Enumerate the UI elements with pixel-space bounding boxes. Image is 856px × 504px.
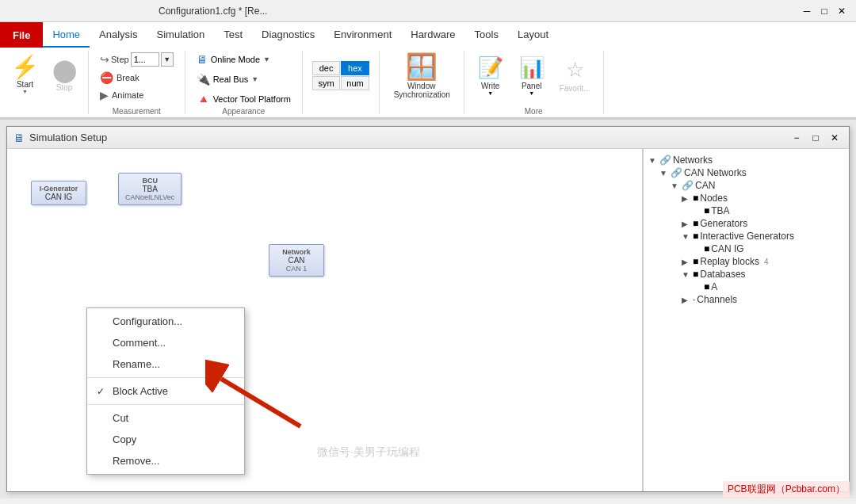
tree-panel: ▼ 🔗 Networks ▼ 🔗 CAN Networks ▼ 🔗 C xyxy=(643,149,849,491)
ctx-cut[interactable]: Cut xyxy=(87,407,244,429)
bcu-block-sub1: TBA xyxy=(125,185,174,193)
tree-can[interactable]: ▼ 🔗 CAN xyxy=(648,179,844,192)
ctx-copy[interactable]: Copy xyxy=(87,429,244,450)
step-dropdown[interactable]: ▼ xyxy=(161,52,174,67)
write-icon: 📝 xyxy=(478,55,503,80)
ctx-comment[interactable]: Comment... xyxy=(87,332,244,353)
window-sync-button[interactable]: 🪟 Window Synchronization xyxy=(386,48,457,102)
tree-channels[interactable]: ▶ · Channels xyxy=(648,293,844,306)
main-content: 🖥 Simulation Setup − □ ✕ I-Generator CAN… xyxy=(0,120,856,498)
ctx-block-active[interactable]: Block Active xyxy=(87,380,244,402)
tree-generators-label: Generators xyxy=(700,218,747,229)
context-menu: Configuration... Comment... Rename... Bl… xyxy=(86,307,245,475)
appearance-label: Appearance xyxy=(185,107,302,116)
tree-can-expand[interactable]: ▼ xyxy=(671,181,680,190)
tree-can-label: CAN xyxy=(695,180,715,191)
menu-simulation[interactable]: Simulation xyxy=(147,22,215,48)
tree-db-a-label: A xyxy=(711,281,717,292)
tree-networks-icon: 🔗 xyxy=(659,155,671,166)
break-button[interactable]: ⛔ Break xyxy=(95,70,144,86)
app-close-button[interactable]: ✕ xyxy=(834,3,850,19)
tree-generators[interactable]: ▶ ■ Generators xyxy=(648,217,844,230)
tree-databases-label: Databases xyxy=(700,269,745,280)
tree-nodes-expand[interactable]: ▶ xyxy=(682,194,691,203)
panel-icon: 📊 xyxy=(519,55,545,80)
tree-networks[interactable]: ▼ 🔗 Networks xyxy=(648,154,844,166)
net-block-sub1: CAN xyxy=(276,256,317,265)
tree-databases-icon: ■ xyxy=(693,269,698,280)
real-bus-button[interactable]: 🔌 Real Bus ▼ xyxy=(192,71,264,88)
app-maximize-button[interactable]: □ xyxy=(816,3,832,19)
write-button[interactable]: 📝 Write ▼ xyxy=(471,52,510,99)
bcu-block-sub2: CANoeILNLVec xyxy=(125,193,174,201)
tree-generators-icon: ■ xyxy=(693,218,698,229)
tree-tba-label: TBA xyxy=(711,205,729,216)
menu-tools[interactable]: Tools xyxy=(465,22,508,48)
online-mode-icon: 🖥 xyxy=(197,53,208,66)
start-icon: ⚡ xyxy=(11,56,39,78)
sim-title-bar: 🖥 Simulation Setup − □ ✕ xyxy=(7,127,849,149)
menu-hardware[interactable]: Hardware xyxy=(401,22,464,48)
ribbon: File Home Analysis Simulation Test Diagn… xyxy=(0,22,856,120)
tree-databases-expand[interactable]: ▼ xyxy=(682,270,691,279)
animate-button[interactable]: ▶ Animate xyxy=(95,87,148,103)
sim-maximize-button[interactable]: □ xyxy=(808,130,824,146)
step-group: ↪ Step ▼ ⛔ Break ▶ Animate Measurement xyxy=(89,51,185,114)
title-bar-text: Configuration1.cfg * [Re... xyxy=(0,6,799,17)
hex-button[interactable]: hex xyxy=(341,61,369,75)
sym-button[interactable]: sym xyxy=(312,76,340,90)
ig-block[interactable]: I-Generator CAN IG xyxy=(31,181,86,205)
animate-icon: ▶ xyxy=(100,89,109,101)
tree-channels-label: Channels xyxy=(697,294,737,305)
panel-button[interactable]: 📊 Panel ▼ xyxy=(512,52,552,99)
app-minimize-button[interactable]: ─ xyxy=(799,3,815,19)
dec-button[interactable]: dec xyxy=(312,61,340,75)
step-button[interactable]: ↪ Step ▼ xyxy=(95,51,178,68)
sim-close-button[interactable]: ✕ xyxy=(827,130,843,146)
tree-interactive-generators[interactable]: ▼ ■ Interactive Generators xyxy=(648,230,844,242)
ig-block-type: I-Generator xyxy=(38,185,79,193)
menu-diagnostics[interactable]: Diagnostics xyxy=(252,22,324,48)
menu-bar: File Home Analysis Simulation Test Diagn… xyxy=(0,22,856,48)
menu-layout[interactable]: Layout xyxy=(508,22,558,48)
tree-can-networks[interactable]: ▼ 🔗 CAN Networks xyxy=(648,166,844,179)
step-input[interactable] xyxy=(131,52,159,67)
vector-tool-icon: 🔺 xyxy=(197,93,210,105)
tree-channels-expand[interactable]: ▶ xyxy=(682,296,691,304)
watermark-bottom: PCB联盟网（Pcbbar.com） xyxy=(723,481,850,498)
menu-home[interactable]: Home xyxy=(43,22,90,48)
vector-tool-button[interactable]: 🔺 Vector Tool Platform xyxy=(192,90,296,108)
ctx-remove[interactable]: Remove... xyxy=(87,450,244,472)
tree-replay-blocks-label: Replay blocks xyxy=(700,256,759,267)
menu-environment[interactable]: Environment xyxy=(324,22,401,48)
tree-tba[interactable]: ■ TBA xyxy=(648,204,844,217)
sim-minimize-button[interactable]: − xyxy=(789,130,804,146)
start-button[interactable]: ⚡ Start ▼ xyxy=(6,55,44,96)
menu-test[interactable]: Test xyxy=(214,22,252,48)
favorites-button[interactable]: ☆ Favorit... xyxy=(553,55,597,96)
ctx-rename[interactable]: Rename... xyxy=(87,353,244,375)
tree-can-ig-label: CAN IG xyxy=(711,243,743,254)
num-button[interactable]: num xyxy=(341,76,369,90)
bcu-block[interactable]: BCU TBA CANoeILNLVec xyxy=(118,173,182,205)
tree-can-networks-expand[interactable]: ▼ xyxy=(659,169,669,178)
ctx-configuration[interactable]: Configuration... xyxy=(87,311,244,332)
tree-interactive-generators-expand[interactable]: ▼ xyxy=(682,232,691,241)
tree-can-ig[interactable]: ■ CAN IG xyxy=(648,242,844,255)
menu-file[interactable]: File xyxy=(0,22,43,48)
tree-nodes[interactable]: ▶ ■ Nodes xyxy=(648,192,844,204)
menu-analysis[interactable]: Analysis xyxy=(90,22,147,48)
tree-channels-icon: · xyxy=(693,294,695,305)
title-bar: Configuration1.cfg * [Re... ─ □ ✕ xyxy=(0,0,856,22)
tree-networks-expand[interactable]: ▼ xyxy=(648,156,658,165)
tree-generators-expand[interactable]: ▶ xyxy=(682,220,691,228)
tree-replay-blocks[interactable]: ▶ ■ Replay blocks 4 xyxy=(648,255,844,268)
online-mode-button[interactable]: 🖥 Online Mode ▼ xyxy=(192,51,275,68)
tree-db-a-icon: ■ xyxy=(704,281,709,292)
tree-db-a[interactable]: ■ A xyxy=(648,281,844,293)
canvas-area[interactable]: I-Generator CAN IG BCU TBA CANoeILNLVec … xyxy=(7,149,643,491)
stop-button[interactable]: ⬤ Stop xyxy=(47,58,82,94)
network-block[interactable]: Network CAN CAN 1 xyxy=(269,244,324,277)
tree-replay-blocks-expand[interactable]: ▶ xyxy=(682,258,691,266)
tree-databases[interactable]: ▼ ■ Databases xyxy=(648,268,844,281)
